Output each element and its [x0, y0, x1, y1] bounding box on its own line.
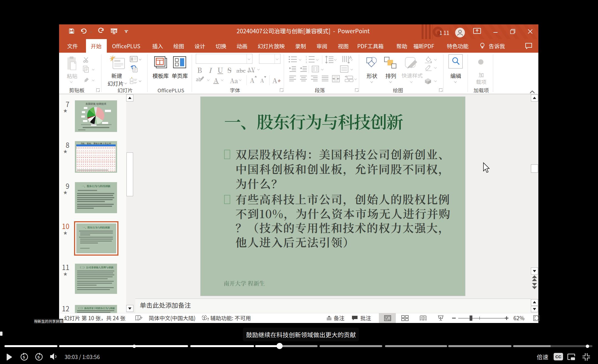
svg-text:3: 3 — [306, 61, 307, 63]
svg-text:1: 1 — [306, 55, 307, 58]
svg-text:5: 5 — [23, 355, 25, 359]
svg-text:2: 2 — [306, 58, 307, 61]
svg-text:5: 5 — [38, 355, 40, 359]
